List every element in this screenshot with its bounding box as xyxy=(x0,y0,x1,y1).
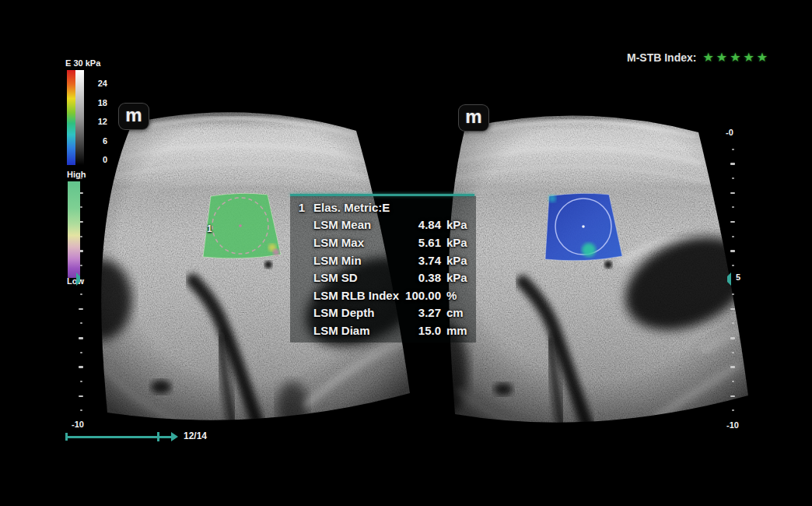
ruler-tick xyxy=(80,352,82,353)
measurement-value: 3.27 xyxy=(418,306,441,319)
ruler-tick xyxy=(79,395,83,398)
mindray-logo-letter: m xyxy=(465,107,481,126)
cine-arrow-icon xyxy=(171,432,178,441)
ruler-tick xyxy=(80,322,82,324)
left-ruler-ten: -10 xyxy=(72,420,84,429)
rlb-high-label: High xyxy=(67,170,86,179)
measurement-label: LSM Mean xyxy=(290,218,418,231)
roi-artifact-spot xyxy=(273,249,279,255)
measurement-value: 15.0 xyxy=(418,324,441,337)
cine-scrollbar[interactable] xyxy=(64,430,219,445)
right-depth-ruler xyxy=(730,0,738,506)
rlb-color-bar xyxy=(68,181,80,278)
shadow-dot xyxy=(604,261,612,269)
measurement-title: Elas. Metric:E xyxy=(313,201,473,214)
roi-number-label: 1 xyxy=(207,223,212,234)
measurement-row: LSM RLB Index 100.00 % xyxy=(290,286,476,304)
measurement-value: 100.00 xyxy=(405,289,441,302)
measurement-value: 5.61 xyxy=(418,236,441,249)
measurement-label: LSM SD xyxy=(290,271,418,284)
mstb-label: M-STB Index: xyxy=(627,51,696,64)
measurement-value: 3.74 xyxy=(418,254,441,267)
ruler-tick xyxy=(732,265,734,266)
ruler-tick xyxy=(80,381,82,382)
ruler-tick xyxy=(730,366,735,368)
measurement-value: 0.38 xyxy=(418,271,441,284)
measurement-unit: mm xyxy=(446,324,473,337)
cine-position-marker[interactable] xyxy=(157,432,159,441)
measurement-label: LSM RLB Index xyxy=(290,289,405,302)
measurement-unit: kPa xyxy=(446,218,473,231)
elasticity-scale-title: E 30 kPa xyxy=(65,58,100,68)
right-ruler-five: 5 xyxy=(736,272,740,282)
grayscale-gradient xyxy=(75,70,84,165)
ruler-tick xyxy=(730,221,735,223)
scale-tick: 12 xyxy=(84,117,107,126)
ruler-tick xyxy=(730,250,735,252)
right-ruler-zero: -0 xyxy=(726,128,733,137)
ruler-tick xyxy=(732,236,734,237)
ruler-tick xyxy=(79,308,83,311)
measurement-title-row: 1 Elas. Metric:E xyxy=(290,199,476,216)
ruler-tick xyxy=(732,322,734,324)
ruler-tick xyxy=(80,293,82,295)
measurement-label: LSM Max xyxy=(290,236,418,249)
measurement-row: LSM Depth 3.27 cm xyxy=(290,304,476,322)
measurement-value: 4.84 xyxy=(418,218,441,231)
ruler-tick xyxy=(79,337,83,339)
roi-center-dot xyxy=(239,224,242,227)
elasto-roi-2[interactable] xyxy=(545,193,622,269)
elasticity-color-bar xyxy=(67,70,84,165)
measurement-row: LSM Mean 4.84 kPa xyxy=(290,216,476,234)
measurement-row: LSM SD 0.38 kPa xyxy=(290,269,476,286)
ruler-tick xyxy=(732,177,734,179)
ruler-tick xyxy=(730,308,735,311)
measurement-results-panel: 1 Elas. Metric:E LSM Mean 4.84 kPa LSM M… xyxy=(290,194,476,343)
roi-artifact-spot xyxy=(582,243,596,257)
ruler-tick xyxy=(80,409,82,411)
measurement-row: LSM Min 3.74 kPa xyxy=(290,251,476,269)
measurement-row: LSM Max 5.61 kPa xyxy=(290,234,476,251)
shadow-dot xyxy=(264,261,272,269)
star-icon: ★ xyxy=(716,51,727,64)
right-ruler-ten: -10 xyxy=(726,420,739,430)
ruler-tick xyxy=(79,366,83,368)
measurement-label: LSM Depth xyxy=(290,306,418,319)
scale-tick: 18 xyxy=(84,98,107,107)
ruler-tick xyxy=(730,192,735,195)
ruler-tick xyxy=(732,149,734,150)
ruler-tick xyxy=(80,236,82,237)
ruler-tick xyxy=(732,409,734,411)
rlb-low-label: Low xyxy=(67,276,84,286)
measurement-unit: kPa xyxy=(446,271,473,284)
ruler-tick xyxy=(80,265,82,266)
ruler-tick xyxy=(80,206,82,208)
elasticity-gradient xyxy=(67,70,75,165)
measurement-unit: kPa xyxy=(446,254,473,267)
measurement-label: LSM Diam xyxy=(290,324,418,337)
star-icon: ★ xyxy=(757,51,768,64)
mstb-index: M-STB Index: ★ ★ ★ ★ ★ xyxy=(627,51,768,64)
ruler-tick xyxy=(732,206,734,208)
measurement-label: LSM Min xyxy=(290,254,418,267)
ruler-tick xyxy=(732,352,734,353)
measurement-unit: % xyxy=(446,289,473,302)
measurement-row: LSM Diam 15.0 mm xyxy=(290,322,476,339)
ruler-tick xyxy=(732,381,734,382)
measurement-index: 1 xyxy=(290,201,313,214)
scale-tick: 0 xyxy=(84,155,107,164)
ruler-tick xyxy=(730,395,735,398)
ultrasound-screen: E 30 kPa 24 18 12 6 0 High Low -0 -10 -0… xyxy=(0,0,812,506)
star-icon: ★ xyxy=(743,51,754,64)
measurement-unit: cm xyxy=(446,306,473,319)
star-icon: ★ xyxy=(730,51,740,64)
measurement-unit: kPa xyxy=(446,236,473,249)
scale-tick: 6 xyxy=(84,136,107,146)
mindray-logo: m xyxy=(118,103,149,130)
scale-tick: 24 xyxy=(84,79,107,88)
mstb-star-rating: ★ ★ ★ ★ ★ xyxy=(702,51,768,64)
roi-center-dot xyxy=(582,225,585,228)
ruler-tick xyxy=(730,337,735,339)
mindray-logo: m xyxy=(458,104,489,132)
ruler-tick xyxy=(732,293,734,295)
